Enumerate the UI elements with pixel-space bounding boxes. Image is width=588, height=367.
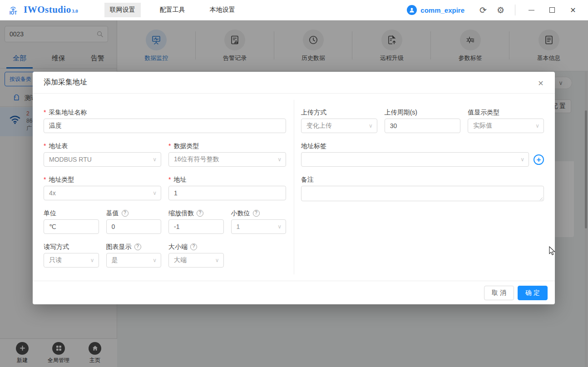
logo-text: IWOstudio (24, 4, 71, 15)
field-unit: 单位 (44, 208, 99, 234)
rw-select[interactable]: 只读∨ (44, 253, 99, 268)
field-base: 基值? (106, 208, 162, 234)
field-scale: 缩放倍数? (168, 208, 224, 234)
chevron-down-icon: ∨ (153, 156, 157, 163)
minimize-icon (529, 10, 534, 10)
close-icon: ✕ (538, 79, 544, 88)
ok-button[interactable]: 确 定 (518, 286, 548, 300)
logo-version: 3.0 (72, 8, 78, 14)
addr-label: 地址 (173, 175, 186, 184)
value-display-label: 值显示类型 (468, 108, 499, 117)
collect-name-input[interactable] (44, 119, 286, 133)
main-menu: 联网设置 配置工具 本地设置 (104, 3, 241, 17)
required-marker: * (44, 175, 46, 184)
scale-input[interactable] (168, 219, 224, 234)
endian-label: 大小端 (168, 242, 188, 251)
field-chart-show: 图表显示? 是∨ (106, 242, 162, 268)
value-display-select[interactable]: 实际值∨ (468, 119, 544, 133)
dialog-right-column: 上传方式 变化上传∨ 上传周期(s) 值显示类型 实际值∨ 地址标签 (301, 107, 544, 210)
base-label: 基值 (106, 208, 119, 218)
field-value-display: 值显示类型 实际值∨ (468, 107, 544, 133)
field-upload-period: 上传周期(s) (385, 107, 461, 133)
addr-table-select[interactable]: MODBUS RTU∨ (44, 152, 161, 167)
maximize-icon (549, 7, 555, 13)
upload-mode-label: 上传方式 (301, 108, 326, 117)
add-tag-button[interactable]: + (534, 154, 544, 165)
chevron-down-icon: ∨ (90, 257, 94, 263)
field-addr-tag: 地址标签 ∨ + (301, 141, 544, 167)
dialog-footer: 取 消 确 定 (33, 281, 555, 304)
maximize-button[interactable] (542, 0, 563, 20)
field-upload-mode: 上传方式 变化上传∨ (301, 107, 377, 133)
add-collect-address-dialog: 添加采集地址 ✕ *采集地址名称 *地址表 MODBUS RTU∨ (33, 72, 555, 304)
decimals-label: 小数位 (231, 208, 250, 218)
remark-textarea[interactable] (301, 186, 544, 201)
cancel-button[interactable]: 取 消 (484, 286, 514, 300)
upload-period-label: 上传周期(s) (385, 108, 417, 117)
required-marker: * (168, 141, 171, 150)
mouse-cursor (549, 246, 556, 256)
collect-name-label: 采集地址名称 (49, 108, 87, 117)
titlebar: IOT IWOstudio3.0 联网设置 配置工具 本地设置 comm_exp… (0, 0, 588, 20)
field-collect-name: *采集地址名称 (44, 107, 286, 133)
field-addr-type: *地址类型 4x∨ (44, 174, 161, 200)
dialog-body: *采集地址名称 *地址表 MODBUS RTU∨ *数据类型 16位有符号整数∨ (33, 94, 555, 281)
addr-input[interactable] (168, 186, 286, 200)
upload-mode-select[interactable]: 变化上传∨ (301, 119, 377, 133)
addr-type-select[interactable]: 4x∨ (44, 186, 161, 200)
menu-item-config-tools[interactable]: 配置工具 (154, 3, 191, 17)
help-icon[interactable]: ? (190, 243, 197, 250)
chevron-down-icon: ∨ (535, 123, 539, 129)
svg-text:IOT: IOT (10, 10, 17, 15)
gear-icon[interactable]: ⚙ (497, 5, 504, 15)
titlebar-divider (515, 5, 515, 15)
required-marker: * (168, 175, 171, 184)
menu-item-local-settings[interactable]: 本地设置 (204, 3, 241, 17)
chevron-down-icon: ∨ (520, 156, 524, 163)
titlebar-right: comm_expire ⟳ ⚙ ✕ (407, 0, 583, 20)
scale-label: 缩放倍数 (168, 208, 194, 218)
app-window: IOT IWOstudio3.0 联网设置 配置工具 本地设置 comm_exp… (0, 0, 588, 367)
upload-period-input[interactable] (385, 119, 461, 133)
username[interactable]: comm_expire (420, 6, 464, 14)
chevron-down-icon: ∨ (153, 257, 157, 263)
addr-table-label: 地址表 (49, 141, 68, 150)
help-icon[interactable]: ? (253, 210, 260, 217)
base-input[interactable] (106, 219, 162, 234)
chart-show-select[interactable]: 是∨ (106, 253, 162, 268)
menu-item-network-settings[interactable]: 联网设置 (104, 3, 141, 17)
plus-icon: + (537, 156, 541, 164)
chevron-down-icon: ∨ (369, 123, 373, 129)
remark-label: 备注 (301, 175, 314, 184)
app-logo: IOT IWOstudio3.0 (6, 4, 78, 16)
dialog-close-button[interactable]: ✕ (536, 78, 546, 88)
addr-tag-select[interactable]: ∨ (301, 152, 529, 167)
addr-type-label: 地址类型 (49, 175, 74, 184)
help-icon[interactable]: ? (197, 210, 203, 217)
window-controls: ✕ (521, 0, 583, 20)
close-icon: ✕ (570, 6, 576, 15)
field-decimals: 小数位? 1∨ (231, 208, 287, 234)
field-data-type: *数据类型 16位有符号整数∨ (168, 141, 286, 167)
close-button[interactable]: ✕ (563, 0, 583, 20)
chevron-down-icon: ∨ (277, 223, 282, 230)
help-icon[interactable]: ? (134, 243, 141, 250)
data-type-label: 数据类型 (173, 141, 199, 150)
user-icon (409, 7, 415, 13)
chevron-down-icon: ∨ (215, 257, 219, 263)
avatar[interactable] (407, 5, 417, 15)
unit-label: 单位 (44, 208, 56, 218)
field-rw: 读写方式 只读∨ (44, 242, 99, 268)
minimize-button[interactable] (521, 0, 542, 20)
refresh-icon[interactable]: ⟳ (479, 5, 487, 15)
decimals-select[interactable]: 1∨ (231, 219, 287, 234)
help-icon[interactable]: ? (122, 210, 128, 217)
field-addr: *地址 (168, 174, 286, 200)
field-remark: 备注 (301, 174, 544, 203)
endian-select[interactable]: 大端∨ (168, 253, 224, 268)
unit-input[interactable] (44, 219, 99, 234)
addr-tag-label: 地址标签 (301, 141, 326, 150)
required-marker: * (44, 108, 46, 117)
data-type-select[interactable]: 16位有符号整数∨ (168, 152, 286, 167)
rw-label: 读写方式 (44, 242, 69, 251)
